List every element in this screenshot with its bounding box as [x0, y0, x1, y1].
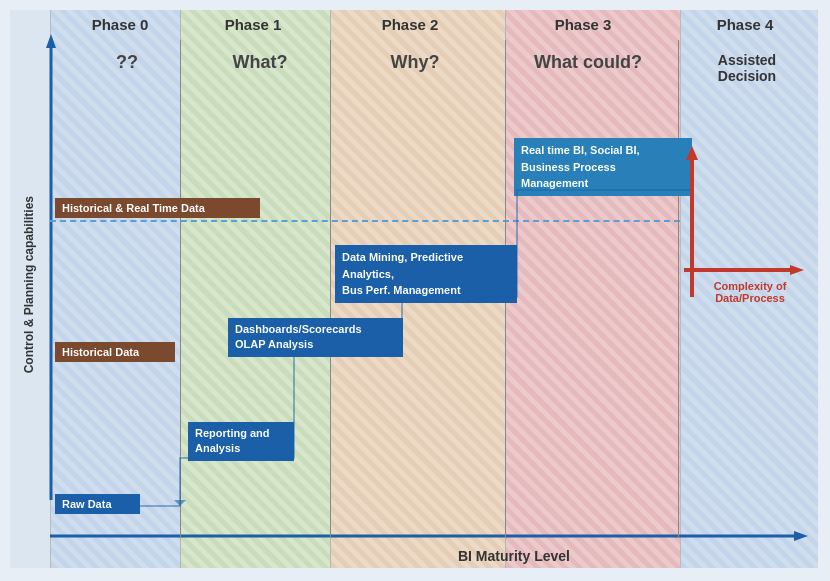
historical-data-box: Historical Data — [55, 342, 175, 362]
phase-2-header: Phase 2 — [335, 16, 485, 33]
phase-4-question: AssistedDecision — [688, 52, 806, 84]
y-axis-label: Control & Planning capabilities — [22, 196, 36, 373]
diagram: Control & Planning capabilities BI Matur… — [10, 10, 818, 568]
phase-1-question: What? — [195, 52, 325, 73]
svg-marker-8 — [790, 265, 804, 275]
phase-0-question: ?? — [72, 52, 182, 73]
svg-marker-3 — [794, 531, 808, 541]
divider-1 — [180, 40, 181, 538]
data-mining-box: Data Mining, PredictiveAnalytics,Bus Per… — [335, 245, 517, 303]
y-axis-wrapper: Control & Planning capabilities — [10, 70, 48, 500]
y-axis-arrow — [44, 30, 58, 520]
phase-1-header: Phase 1 — [188, 16, 318, 33]
x-axis-arrow — [44, 529, 814, 543]
hist-realtime-box: Historical & Real Time Data — [55, 198, 260, 218]
reporting-box: Reporting andAnalysis — [188, 422, 294, 461]
dashboards-box: Dashboards/ScorecardsOLAP Analysis — [228, 318, 403, 357]
dashed-line — [50, 220, 680, 222]
phase-3-question: What could? — [508, 52, 668, 73]
complexity-label: Complexity ofData/Process — [690, 280, 810, 304]
phase-0-header: Phase 0 — [65, 16, 175, 33]
phase-4-header: Phase 4 — [685, 16, 805, 33]
svg-marker-6 — [686, 146, 698, 160]
content-overlay: Control & Planning capabilities BI Matur… — [10, 10, 818, 568]
x-axis-label: BI Maturity Level — [210, 548, 818, 564]
raw-data-box: Raw Data — [55, 494, 140, 514]
divider-4 — [678, 40, 679, 538]
divider-2 — [330, 40, 331, 538]
svg-marker-1 — [46, 34, 56, 48]
realtime-bi-box: Real time BI, Social BI,Business Process… — [514, 138, 692, 196]
phase-3-header: Phase 3 — [508, 16, 658, 33]
red-right-arrow — [680, 262, 810, 278]
phase-2-question: Why? — [340, 52, 490, 73]
